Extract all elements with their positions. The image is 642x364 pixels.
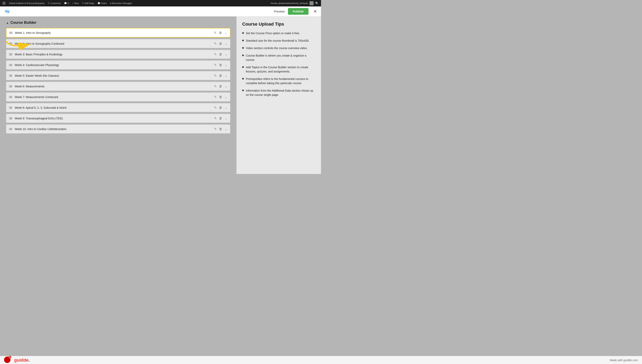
course-item-7[interactable]: Week 7: Measurements Continued ✎ 🗑 ⌄ bbox=[6, 92, 230, 102]
item-label-1: Week 1: Intro to Sonography bbox=[15, 31, 211, 34]
drag-handle-5[interactable] bbox=[9, 75, 12, 77]
expand-icon-5[interactable]: ⌄ bbox=[225, 74, 227, 78]
comments-icon: 💬 bbox=[64, 2, 67, 5]
admin-bar-customize[interactable]: ✎ Customize bbox=[48, 2, 61, 5]
expand-icon-1[interactable]: ⌄ bbox=[224, 31, 227, 35]
item-actions-2: ✎ 🗑 ⌄ bbox=[214, 42, 227, 46]
drag-handle-6[interactable] bbox=[9, 85, 12, 88]
admin-bar-site-name[interactable]: Global Institute of Echocardiography bbox=[9, 2, 45, 4]
tip-item-4: Course Builder is where you create & org… bbox=[242, 54, 315, 62]
admin-bar-edit-page[interactable]: ✎ Edit Page bbox=[82, 2, 94, 5]
item-label-6: Week 6: Measurements bbox=[15, 85, 212, 88]
course-item-1[interactable]: Week 1: Intro to Sonography ✎ 🗑 ⌄ bbox=[6, 28, 230, 38]
delete-icon-5[interactable]: 🗑 bbox=[219, 74, 222, 78]
delete-icon-10[interactable]: 🗑 bbox=[219, 127, 222, 131]
tip-text-7: Information from the Additional Data sec… bbox=[246, 88, 315, 97]
item-label-8: Week 8: Apical 5, 2, 3, Subcostal & Notc… bbox=[15, 106, 212, 109]
course-item-10[interactable]: Week 10: Intro to Cardiac Catheterizatio… bbox=[6, 124, 230, 134]
course-item-9[interactable]: Week 9: Transesophageal Echo (TEE) ✎ 🗑 ⌄ bbox=[6, 114, 230, 123]
edit-icon-3[interactable]: ✎ bbox=[214, 52, 217, 56]
item-actions-5: ✎ 🗑 ⌄ bbox=[214, 74, 227, 78]
admin-search-icon[interactable]: 🔍 bbox=[315, 2, 318, 5]
delete-icon-1[interactable]: 🗑 bbox=[219, 31, 222, 35]
course-item-5[interactable]: Week 5: Easter Week (No Classes) ✎ 🗑 ⌄ bbox=[6, 71, 230, 80]
edit-icon-10[interactable]: ✎ bbox=[214, 127, 217, 131]
item-actions-7: ✎ 🗑 ⌄ bbox=[214, 95, 227, 99]
item-label-7: Week 7: Measurements Continued bbox=[15, 96, 212, 99]
drag-handle-7[interactable] bbox=[9, 96, 12, 98]
admin-bar-new[interactable]: + New bbox=[72, 2, 79, 4]
course-items-list: Week 1: Intro to Sonography ✎ 🗑 ⌄ Week 2… bbox=[6, 28, 230, 134]
drag-handle-8[interactable] bbox=[9, 107, 12, 109]
tip-item-2: Standard size for the course thumbnail i… bbox=[242, 39, 315, 43]
right-panel: Course Upload Tips Set the Course Price … bbox=[236, 16, 321, 174]
drag-handle-1[interactable] bbox=[9, 32, 13, 34]
item-actions-1: ✎ 🗑 ⌄ bbox=[214, 31, 227, 35]
drag-handle-4[interactable] bbox=[9, 64, 12, 66]
admin-bar: W Global Institute of Echocardiography ✎… bbox=[0, 0, 321, 6]
admin-avatar[interactable] bbox=[309, 1, 313, 5]
elementor-debugger-label: Elementor Debugger bbox=[112, 2, 132, 4]
admin-bar-notes[interactable]: 💬 Notes bbox=[98, 2, 107, 5]
notes-icon: 💬 bbox=[98, 2, 100, 5]
edit-icon-9[interactable]: ✎ bbox=[214, 116, 217, 120]
comments-count: 0 bbox=[68, 2, 69, 4]
item-actions-9: ✎ 🗑 ⌄ bbox=[214, 116, 227, 120]
course-item-2[interactable]: Week 2: Intro to Sonography Continued ✎ … bbox=[6, 39, 230, 48]
top-bar-actions: Preview Publish ✕ bbox=[274, 8, 317, 15]
item-actions-3: ✎ 🗑 ⌄ bbox=[214, 52, 227, 56]
delete-icon-6[interactable]: 🗑 bbox=[219, 84, 222, 88]
edit-icon-2[interactable]: ✎ bbox=[214, 42, 217, 46]
delete-icon-3[interactable]: 🗑 bbox=[219, 52, 222, 56]
expand-icon-10[interactable]: ⌄ bbox=[225, 127, 227, 131]
drag-handle-9[interactable] bbox=[9, 117, 12, 120]
delete-icon-7[interactable]: 🗑 bbox=[219, 95, 222, 99]
site-name-text: Global Institute of Echocardiography bbox=[9, 2, 45, 4]
preview-button[interactable]: Preview bbox=[274, 10, 284, 13]
delete-icon-8[interactable]: 🗑 bbox=[219, 106, 222, 110]
item-label-3: Week 3: Basic Principles & Knobology bbox=[15, 53, 212, 56]
expand-icon-3[interactable]: ⌄ bbox=[225, 52, 227, 56]
tip-item-3: Video section controls the course overvi… bbox=[242, 46, 315, 50]
expand-icon-2[interactable]: ⌄ bbox=[225, 42, 227, 46]
expand-icon-6[interactable]: ⌄ bbox=[225, 84, 227, 88]
tip-item-6: Prerequisites refers to the fundamental … bbox=[242, 77, 315, 85]
course-item-8[interactable]: Week 8: Apical 5, 2, 3, Subcostal & Notc… bbox=[6, 103, 230, 112]
edit-icon-1[interactable]: ✎ bbox=[214, 31, 216, 35]
edit-icon-5[interactable]: ✎ bbox=[214, 74, 217, 78]
drag-handle-10[interactable] bbox=[9, 128, 12, 130]
collapse-icon[interactable]: ▲ bbox=[6, 21, 9, 24]
expand-icon-9[interactable]: ⌄ bbox=[225, 116, 227, 120]
publish-button[interactable]: Publish bbox=[288, 8, 308, 15]
tip-text-5: Add Topics in the Course Builder section… bbox=[246, 65, 315, 74]
expand-icon-7[interactable]: ⌄ bbox=[225, 95, 227, 99]
admin-bar-wp-icon[interactable]: W bbox=[3, 2, 6, 5]
expand-icon-4[interactable]: ⌄ bbox=[225, 63, 227, 67]
close-button[interactable]: ✕ bbox=[313, 9, 317, 14]
edit-icon-8[interactable]: ✎ bbox=[214, 106, 217, 110]
edit-icon-4[interactable]: ✎ bbox=[214, 63, 217, 67]
edit-icon-7[interactable]: ✎ bbox=[214, 95, 217, 99]
admin-bar-comments[interactable]: 💬 0 bbox=[64, 2, 69, 5]
tip-item-5: Add Topics in the Course Builder section… bbox=[242, 65, 315, 74]
expand-icon-8[interactable]: ⌄ bbox=[225, 106, 227, 110]
debugger-icon: ℹ bbox=[110, 2, 111, 5]
course-item-3[interactable]: Week 3: Basic Principles & Knobology ✎ 🗑… bbox=[6, 50, 230, 59]
delete-icon-2[interactable]: 🗑 bbox=[219, 42, 222, 46]
tip-text-2: Standard size for the course thumbnail i… bbox=[246, 39, 309, 43]
item-label-9: Week 9: Transesophageal Echo (TEE) bbox=[15, 117, 212, 120]
item-label-2: Week 2: Intro to Sonography Continued bbox=[15, 42, 212, 45]
course-item-6[interactable]: Week 6: Measurements ✎ 🗑 ⌄ bbox=[6, 82, 230, 91]
edit-icon-6[interactable]: ✎ bbox=[214, 84, 217, 88]
tip-text-1: Set the Course Price option or make it f… bbox=[246, 31, 300, 36]
edit-page-label: Edit Page bbox=[85, 2, 94, 4]
delete-icon-4[interactable]: 🗑 bbox=[219, 63, 222, 67]
new-label: New bbox=[74, 2, 79, 4]
item-label-5: Week 5: Easter Week (No Classes) bbox=[15, 74, 212, 77]
notes-label: Notes bbox=[101, 2, 107, 4]
course-item-4[interactable]: Week 4: Cardiovascular Physiology ✎ 🗑 ⌄ bbox=[6, 60, 230, 70]
delete-icon-9[interactable]: 🗑 bbox=[219, 116, 222, 120]
admin-bar-elementor-debugger[interactable]: ℹ Elementor Debugger bbox=[110, 2, 132, 5]
drag-handle-3[interactable] bbox=[9, 53, 12, 55]
admin-bar-right: Howdy, globalinstituteofecho_8m6pq6 🔍 bbox=[271, 1, 318, 5]
